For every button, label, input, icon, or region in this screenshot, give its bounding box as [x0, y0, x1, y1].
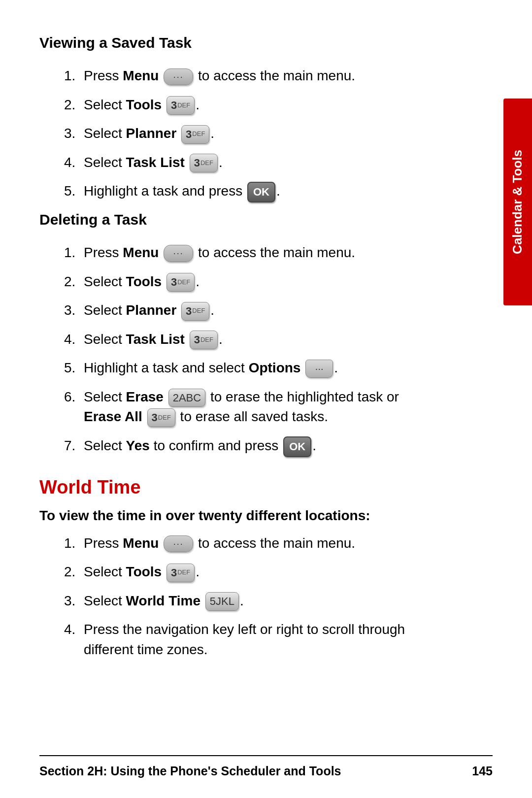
bold-worldtime: World Time: [126, 593, 200, 608]
deleting-heading: Deleting a Task: [39, 211, 493, 228]
list-number: 1.: [64, 66, 84, 85]
list-item: 2. Select Tools 3DEF.: [64, 95, 493, 115]
list-number: 5.: [64, 358, 84, 377]
ok-key: OK: [283, 436, 311, 457]
bold-yes: Yes: [126, 438, 150, 453]
menu-key: ···: [164, 535, 193, 552]
list-number: 2.: [64, 95, 84, 114]
key-3def: 3DEF: [166, 96, 195, 115]
key-3def: 3DEF: [166, 273, 195, 292]
key-5jkl: 5JKL: [205, 592, 239, 611]
list-item: 5. Highlight a task and select Options ·…: [64, 358, 493, 378]
bold-tasklist: Task List: [126, 155, 185, 170]
bold-menu: Menu: [123, 245, 159, 260]
deleting-list: 1. Press Menu ··· to access the main men…: [64, 243, 493, 457]
list-item: 6. Select Erase 2ABC to erase the highli…: [64, 387, 493, 427]
list-number: 2.: [64, 272, 84, 291]
list-content: Select Yes to confirm and press OK.: [84, 436, 493, 457]
list-content: Select Tools 3DEF.: [84, 95, 493, 115]
list-item: 1. Press Menu ··· to access the main men…: [64, 66, 493, 86]
list-content: Select World Time 5JKL.: [84, 591, 493, 611]
list-number: 3.: [64, 300, 84, 320]
worldtime-list: 1. Press Menu ··· to access the main men…: [64, 533, 493, 660]
menu-key: ···: [164, 245, 193, 262]
list-content: Select Erase 2ABC to erase the highlight…: [84, 387, 493, 427]
key-3def: 3DEF: [190, 331, 218, 349]
list-number: 1.: [64, 243, 84, 262]
list-content: Select Tools 3DEF.: [84, 272, 493, 292]
list-number: 7.: [64, 436, 84, 455]
list-content: Highlight a task and press OK.: [84, 181, 493, 202]
key-3def: 3DEF: [181, 302, 209, 321]
list-content: Press Menu ··· to access the main menu.: [84, 243, 493, 263]
footer-section-text: Section 2H: Using the Phone's Scheduler …: [39, 764, 341, 778]
list-content: Select Task List 3DEF.: [84, 330, 493, 350]
list-item: 7. Select Yes to confirm and press OK.: [64, 436, 493, 457]
bold-tools: Tools: [126, 97, 162, 112]
bold-options: Options: [249, 360, 301, 375]
bold-tools: Tools: [126, 564, 162, 579]
list-content: Select Tools 3DEF.: [84, 562, 493, 582]
list-content: Highlight a task and select Options ···.: [84, 358, 493, 378]
viewing-section: Viewing a Saved Task 1. Press Menu ··· t…: [39, 34, 493, 202]
menu-key: ···: [164, 68, 193, 85]
bold-tasklist: Task List: [126, 332, 185, 347]
key-3def: 3DEF: [181, 125, 209, 144]
footer-page-number: 145: [472, 764, 493, 778]
key-2abc: 2ABC: [168, 389, 206, 407]
bold-eraseall: Erase All: [84, 409, 142, 424]
ok-key: OK: [247, 182, 275, 202]
list-content: Select Planner 3DEF.: [84, 124, 493, 144]
list-item: 4. Select Task List 3DEF.: [64, 330, 493, 350]
options-key: ···: [305, 360, 333, 378]
list-item: 3. Select Planner 3DEF.: [64, 124, 493, 144]
list-number: 5.: [64, 181, 84, 200]
list-number: 6.: [64, 387, 84, 406]
bold-menu: Menu: [123, 68, 159, 83]
list-number: 1.: [64, 533, 84, 553]
worldtime-heading: World Time: [39, 477, 493, 498]
list-number: 3.: [64, 124, 84, 143]
list-content: Press the navigation key left or right t…: [84, 620, 493, 660]
side-tab: Calendar & Tools: [503, 99, 532, 305]
key-3def: 3DEF: [190, 154, 218, 172]
page-container: Calendar & Tools Viewing a Saved Task 1.…: [0, 0, 532, 798]
list-number: 4.: [64, 153, 84, 172]
list-content: Select Planner 3DEF.: [84, 300, 493, 321]
list-item: 1. Press Menu ··· to access the main men…: [64, 243, 493, 263]
bold-planner: Planner: [126, 126, 177, 141]
side-tab-label: Calendar & Tools: [510, 150, 525, 254]
list-item: 5. Highlight a task and press OK.: [64, 181, 493, 202]
bold-tools: Tools: [126, 274, 162, 289]
list-item: 4. Press the navigation key left or righ…: [64, 620, 493, 660]
list-item: 1. Press Menu ··· to access the main men…: [64, 533, 493, 554]
list-number: 3.: [64, 591, 84, 610]
list-number: 4.: [64, 330, 84, 349]
viewing-heading: Viewing a Saved Task: [39, 34, 493, 51]
list-number: 4.: [64, 620, 84, 639]
page-footer: Section 2H: Using the Phone's Scheduler …: [39, 755, 493, 778]
bold-planner: Planner: [126, 302, 177, 318]
bold-erase: Erase: [126, 389, 164, 404]
bold-menu: Menu: [123, 535, 159, 551]
worldtime-intro: To view the time in over twenty differen…: [39, 508, 493, 524]
list-item: 3. Select World Time 5JKL.: [64, 591, 493, 611]
list-content: Press Menu ··· to access the main menu.: [84, 66, 493, 86]
deleting-section: Deleting a Task 1. Press Menu ··· to acc…: [39, 211, 493, 457]
list-item: 2. Select Tools 3DEF.: [64, 562, 493, 582]
list-item: 4. Select Task List 3DEF.: [64, 153, 493, 173]
viewing-list: 1. Press Menu ··· to access the main men…: [64, 66, 493, 202]
list-item: 3. Select Planner 3DEF.: [64, 300, 493, 321]
list-content: Select Task List 3DEF.: [84, 153, 493, 173]
list-content: Press Menu ··· to access the main menu.: [84, 533, 493, 554]
worldtime-section: World Time To view the time in over twen…: [39, 477, 493, 660]
list-item: 2. Select Tools 3DEF.: [64, 272, 493, 292]
key-3def: 3DEF: [147, 408, 175, 427]
list-number: 2.: [64, 562, 84, 581]
key-3def: 3DEF: [166, 564, 195, 582]
